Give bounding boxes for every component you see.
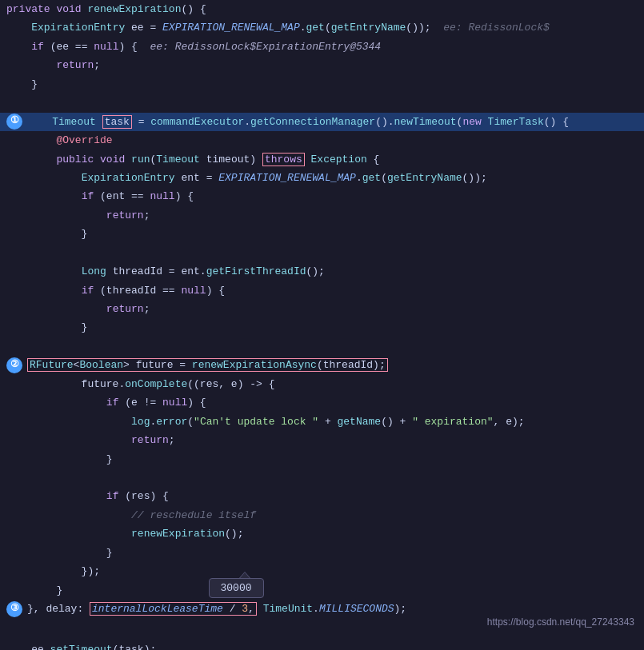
code-line-24: return; [0, 431, 644, 449]
kw-public1: public [56, 154, 94, 165]
type-expentry2: ExpirationEntry [82, 172, 175, 184]
kw-null2: null [150, 190, 174, 202]
highlight-lease: internalLockLeaseTime / 3, [90, 602, 257, 616]
watermark: https://blog.csdn.net/qq_27243343 [487, 616, 634, 628]
code-line-15: Long threadId = ent.getFirstThreadId(); [0, 262, 644, 281]
code-line-20: ②RFuture<Boolean> future = renewExpirati… [0, 356, 644, 374]
code-line-13: } [0, 225, 644, 243]
code-line-18: } [0, 318, 644, 337]
annotation-override: @Override [56, 134, 112, 146]
code-line-32: } [0, 581, 644, 600]
type-expentry: ExpirationEntry [31, 22, 125, 34]
code-line-5: } [0, 75, 644, 94]
code-line-23: log.error("Can't update lock " + getName… [0, 413, 644, 431]
tooltip-arrow-inner [240, 572, 250, 578]
type-timeout: Timeout [156, 154, 200, 165]
method-settimeout: setTimeout [50, 644, 113, 650]
str-cantupdate: "Can't update lock " [194, 416, 318, 428]
kw-return4: return [131, 434, 169, 446]
comment-reschedule: // reschedule itself [131, 509, 256, 521]
method-get: get [306, 22, 325, 34]
type-exception: Exception [311, 154, 367, 165]
code-line-25: } [0, 450, 644, 469]
tooltip-value: 30000 [209, 578, 264, 598]
circle-1: ① [6, 114, 22, 130]
log-ref: log [131, 416, 150, 428]
method-getname: getEntryName [331, 22, 406, 34]
kw-private: private [6, 3, 50, 15]
code-line-1: private void renewExpiration() { [0, 0, 644, 18]
method-name: renewExpiration [87, 3, 181, 15]
kw-return1: return [56, 59, 94, 71]
code-line-2: ExpirationEntry ee = EXPIRATION_RENEWAL_… [0, 18, 644, 37]
code-line-7: ① Timeout task = commandExecutor.getConn… [0, 113, 644, 131]
circle-2: ② [6, 357, 22, 373]
kw-void2: void [100, 154, 125, 165]
line33-content: }, delay: internalLockLeaseTime / 3, Tim… [27, 600, 406, 617]
code-line-3: if (ee == null) { ee: RedissonLock$Expir… [0, 38, 644, 56]
const-renewal2: EXPIRATION_RENEWAL_MAP [218, 172, 356, 184]
code-line-35: ee.setTimeout(task); [0, 640, 644, 650]
kw-if5: if [106, 490, 119, 502]
code-line-28: // reschedule itself [0, 506, 644, 524]
code-line-21: future.onComplete((res, e) -> { [0, 375, 644, 393]
code-line-11: if (ent == null) { [0, 187, 644, 205]
code-line-9: public void run(Timeout timeout) throws … [0, 150, 644, 169]
kw-if1: if [31, 41, 44, 53]
circle-3: ③ [6, 601, 22, 617]
line20-content: RFuture<Boolean> future = renewExpiratio… [27, 357, 388, 373]
method-oncomplete: onComplete [125, 378, 187, 390]
kw-return2: return [106, 209, 144, 221]
type-long: Long [82, 265, 106, 277]
comment2: ee: RedissonLock$ExpirationEntry@5344 [150, 41, 381, 53]
code-line-6 [0, 94, 644, 112]
method-error: error [156, 416, 187, 428]
highlight-task: task [102, 115, 132, 129]
code-line-16: if (threadId == null) { [0, 281, 644, 300]
code-line-19 [0, 337, 644, 356]
kw-void: void [56, 3, 81, 15]
const-renewal-map: EXPIRATION_RENEWAL_MAP [162, 22, 300, 34]
code-line-29: renewExpiration(); [0, 524, 644, 543]
method-getname2: getName [338, 416, 382, 428]
method-renew2: renewExpiration [131, 528, 225, 540]
code-line-4: return; [0, 56, 644, 74]
kw-null1: null [94, 41, 118, 53]
code-line-10: ExpirationEntry ent = EXPIRATION_RENEWAL… [0, 169, 644, 187]
code-line-17: return; [0, 300, 644, 318]
method-getfirst: getFirstThreadId [206, 265, 306, 277]
code-line-30: } [0, 544, 644, 562]
kw-if4: if [106, 397, 119, 409]
code-container: private void renewExpiration() { Expirat… [0, 0, 644, 650]
code-line-12: return; [0, 206, 644, 225]
method-run: run [131, 154, 150, 165]
method-getentry2: getEntryName [387, 172, 462, 184]
line7-text: Timeout task = commandExecutor.getConnec… [27, 114, 569, 130]
str-expiration: " expiration" [412, 416, 493, 428]
code-line-8: @Override [0, 131, 644, 150]
code-line-31: }); [0, 562, 644, 580]
method-get2: get [362, 172, 381, 184]
code-line-27: if (res) { [0, 487, 644, 505]
kw-if3: if [82, 285, 94, 297]
kw-if2: if [82, 190, 94, 202]
highlight-rfuture: RFuture<Boolean> future = renewExpiratio… [27, 358, 388, 372]
kw-null3: null [181, 285, 206, 297]
code-line-26 [0, 469, 644, 487]
code-line-22: if (e != null) { [0, 393, 644, 412]
kw-null4: null [162, 397, 187, 409]
kw-return3: return [106, 303, 144, 315]
comment1: ee: RedissonLock$ [443, 22, 550, 34]
highlight-throws: throws [262, 153, 305, 166]
code-line-33: ③}, delay: internalLockLeaseTime / 3, Ti… [0, 600, 644, 618]
code-line-14 [0, 244, 644, 262]
